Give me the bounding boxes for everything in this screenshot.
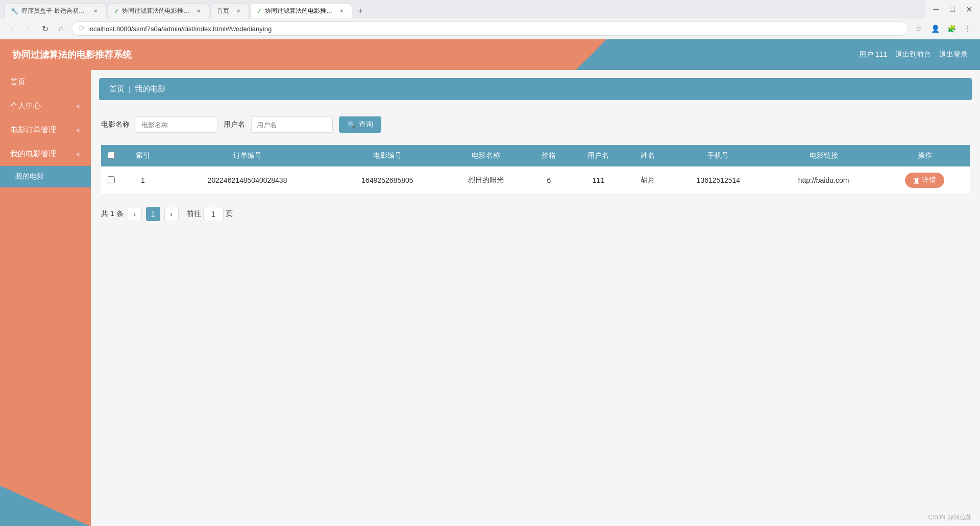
col-movie-name: 电影名称 [444, 145, 527, 166]
chevron-down-icon-2: ∨ [76, 127, 81, 134]
sidebar-movie-mgmt-label: 我的电影管理 [10, 149, 56, 159]
breadcrumb-separator: | [129, 85, 131, 93]
table-body: 1 20224621485040028438 1649252685805 烈日的… [101, 166, 970, 195]
minimize-button[interactable]: ─ [929, 2, 943, 16]
address-bar: ‹ › ↻ ⌂ 🛡 localhost:8080/ssmf7s0a/admin/… [0, 18, 980, 39]
sidebar-item-movie-mgmt[interactable]: 我的电影管理 ∨ [0, 142, 91, 166]
row-checkbox-cell [101, 166, 121, 195]
logout-button[interactable]: 退出登录 [939, 50, 968, 59]
watermark: CSDN @阿拉苏 [928, 513, 972, 522]
browser-actions: ☆ 👤 🧩 ⋮ [913, 22, 974, 35]
cell-username: 111 [570, 166, 626, 195]
col-phone: 手机号 [669, 145, 768, 166]
close-window-button[interactable]: ✕ [962, 2, 976, 16]
sidebar-profile-label: 个人中心 [10, 101, 41, 111]
username-input[interactable] [251, 116, 333, 133]
tab2-label: 协同过滤算法的电影推荐系统 [122, 7, 189, 15]
search-button[interactable]: 🔍 查询 [339, 116, 381, 133]
page-1-button[interactable]: 1 [146, 207, 160, 221]
detail-icon: ▣ [913, 176, 920, 184]
back-button[interactable]: ‹ [6, 22, 18, 35]
col-index: 索引 [121, 145, 164, 166]
sidebar-item-order-mgmt[interactable]: 电影订单管理 ∨ [0, 118, 91, 142]
search-btn-label: 查询 [359, 120, 373, 129]
tab-bar: 🔧 程序员盒子-最适合初学者的免... ✕ ✓ 协同过滤算法的电影推荐系统 ✕ … [0, 0, 925, 18]
bookmark-icon[interactable]: ☆ [913, 22, 925, 35]
cell-index: 1 [121, 166, 164, 195]
cell-movie-link: http://baidu.com [768, 166, 880, 195]
window-controls: ─ □ ✕ [925, 2, 980, 16]
cell-phone: 13612512514 [669, 166, 768, 195]
tab4-label: 协同过滤算法的电影推荐系统 [265, 7, 332, 15]
refresh-button[interactable]: ↻ [39, 22, 51, 35]
tab-2[interactable]: ✓ 协同过滤算法的电影推荐系统 ✕ [107, 3, 209, 18]
tab-3[interactable]: 首页 ✕ [210, 3, 249, 18]
app-title: 协同过滤算法的电影推荐系统 [12, 49, 132, 61]
tab3-label: 首页 [217, 7, 229, 15]
tab-1[interactable]: 🔧 程序员盒子-最适合初学者的免... ✕ [4, 3, 106, 18]
current-user: 用户 111 [859, 50, 887, 59]
sidebar-item-profile[interactable]: 个人中心 ∨ [0, 94, 91, 118]
detail-button[interactable]: ▣ 详情 [905, 173, 944, 188]
next-page-button[interactable]: › [164, 207, 179, 221]
data-table: 索引 订单编号 电影编号 电影名称 价格 用户名 姓名 手机号 电影链接 操作 [101, 145, 970, 195]
col-order-no: 订单编号 [164, 145, 331, 166]
header-actions: 用户 111 退出到前台 退出登录 [859, 50, 968, 59]
back-frontend-button[interactable]: 退出到前台 [895, 50, 931, 59]
cell-price: 6 [528, 166, 571, 195]
tab1-favicon: 🔧 [11, 8, 18, 15]
username-label: 用户名 [224, 120, 245, 129]
tab1-label: 程序员盒子-最适合初学者的免... [21, 7, 86, 15]
chevron-down-icon: ∨ [76, 103, 81, 110]
pagination-total: 共 1 条 [101, 209, 124, 219]
table-row: 1 20224621485040028438 1649252685805 烈日的… [101, 166, 970, 195]
app-header: 协同过滤算法的电影推荐系统 用户 111 退出到前台 退出登录 [0, 39, 980, 70]
table-header-row: 索引 订单编号 电影编号 电影名称 价格 用户名 姓名 手机号 电影链接 操作 [101, 145, 970, 166]
new-tab-button[interactable]: + [353, 4, 368, 18]
sidebar-item-home[interactable]: 首页 [0, 70, 91, 94]
tab4-close[interactable]: ✕ [337, 7, 346, 15]
maximize-button[interactable]: □ [945, 2, 960, 16]
tab-4[interactable]: ✓ 协同过滤算法的电影推荐系统 ✕ [250, 3, 352, 18]
home-button[interactable]: ⌂ [55, 22, 67, 35]
col-movie-link: 电影链接 [768, 145, 880, 166]
cell-order-no: 20224621485040028438 [164, 166, 331, 195]
goto-label: 前往 [187, 209, 201, 219]
col-real-name: 姓名 [626, 145, 669, 166]
page-input[interactable] [203, 207, 224, 221]
sidebar-my-movies-label: 我的电影 [15, 172, 44, 180]
page-goto: 前往 页 [187, 207, 233, 221]
url-bar[interactable]: 🛡 localhost:8080/ssmf7s0a/admin/dist/ind… [71, 21, 909, 36]
cell-movie-no: 1649252685805 [331, 166, 445, 195]
app-body: 首页 个人中心 ∨ 电影订单管理 ∨ 我的电影管理 ∨ 我的电影 首页 | 我的… [0, 70, 980, 526]
prev-page-button[interactable]: ‹ [128, 207, 142, 221]
table-header-checkbox [101, 145, 121, 166]
extension-icon[interactable]: 🧩 [945, 22, 958, 35]
tab1-close[interactable]: ✕ [91, 7, 100, 15]
select-all-checkbox[interactable] [108, 152, 115, 159]
browser-chrome: 🔧 程序员盒子-最适合初学者的免... ✕ ✓ 协同过滤算法的电影推荐系统 ✕ … [0, 0, 980, 39]
tab2-close[interactable]: ✕ [194, 7, 203, 15]
forward-button[interactable]: › [22, 22, 35, 35]
detail-label: 详情 [922, 176, 936, 185]
sidebar-home-label: 首页 [10, 77, 26, 87]
search-icon: 🔍 [347, 121, 356, 129]
row-checkbox-0[interactable] [108, 176, 115, 183]
sidebar-order-label: 电影订单管理 [10, 125, 56, 135]
breadcrumb: 首页 | 我的电影 [99, 78, 972, 100]
breadcrumb-home[interactable]: 首页 [109, 84, 125, 94]
main-content: 首页 | 我的电影 电影名称 用户名 🔍 查询 [91, 70, 980, 526]
tab2-favicon: ✓ [114, 8, 119, 15]
cell-action: ▣ 详情 [879, 166, 970, 195]
profile-icon[interactable]: 👤 [929, 22, 941, 35]
col-action: 操作 [879, 145, 970, 166]
pagination: 共 1 条 ‹ 1 › 前往 页 [91, 199, 980, 229]
tab3-close[interactable]: ✕ [234, 7, 242, 15]
tab4-favicon: ✓ [257, 8, 262, 15]
sidebar-item-my-movies[interactable]: 我的电影 [0, 166, 91, 187]
more-icon[interactable]: ⋮ [962, 22, 974, 35]
url-text: localhost:8080/ssmf7s0a/admin/dist/index… [88, 25, 272, 33]
sidebar: 首页 个人中心 ∨ 电影订单管理 ∨ 我的电影管理 ∨ 我的电影 [0, 70, 91, 526]
chevron-down-icon-3: ∨ [76, 151, 81, 158]
movie-name-input[interactable] [136, 116, 217, 133]
